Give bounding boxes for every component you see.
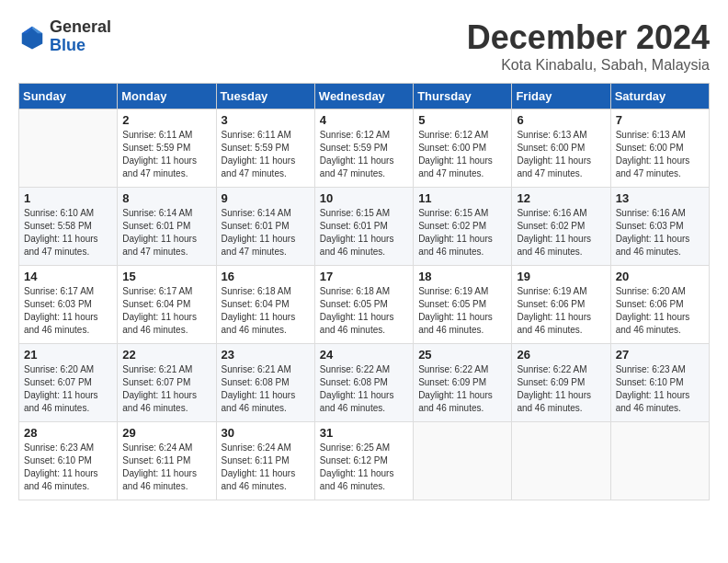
day-detail: Sunrise: 6:21 AMSunset: 6:07 PMDaylight:… (122, 363, 210, 415)
logo-general: General (50, 18, 111, 37)
table-row: 8Sunrise: 6:14 AMSunset: 6:01 PMDaylight… (118, 188, 216, 266)
day-number: 24 (320, 348, 408, 362)
table-row: 20Sunrise: 6:20 AMSunset: 6:06 PMDayligh… (610, 266, 709, 344)
day-number: 28 (24, 426, 112, 440)
month-title: December 2024 (467, 18, 710, 57)
day-number: 21 (24, 348, 112, 362)
table-row: 14Sunrise: 6:17 AMSunset: 6:03 PMDayligh… (19, 266, 118, 344)
table-row: 16Sunrise: 6:18 AMSunset: 6:04 PMDayligh… (216, 266, 314, 344)
page-header: General Blue December 2024 Kota Kinabalu… (18, 18, 710, 74)
table-row: 10Sunrise: 6:15 AMSunset: 6:01 PMDayligh… (314, 188, 413, 266)
calendar-table: Sunday Monday Tuesday Wednesday Thursday… (18, 83, 710, 500)
day-detail: Sunrise: 6:11 AMSunset: 5:59 PMDaylight:… (122, 129, 210, 180)
table-row: 30Sunrise: 6:24 AMSunset: 6:11 PMDayligh… (216, 422, 314, 500)
day-number: 7 (616, 113, 704, 127)
day-detail: Sunrise: 6:23 AMSunset: 6:10 PMDaylight:… (24, 442, 112, 493)
day-detail: Sunrise: 6:18 AMSunset: 6:05 PMDaylight:… (320, 285, 408, 337)
day-number: 16 (222, 270, 310, 283)
day-number: 11 (418, 191, 506, 205)
table-row: 15Sunrise: 6:17 AMSunset: 6:04 PMDayligh… (118, 266, 216, 344)
table-row: 17Sunrise: 6:18 AMSunset: 6:05 PMDayligh… (314, 266, 413, 344)
day-number: 30 (222, 426, 310, 440)
day-detail: Sunrise: 6:17 AMSunset: 6:04 PMDaylight:… (122, 285, 210, 337)
table-row: 13Sunrise: 6:16 AMSunset: 6:03 PMDayligh… (610, 188, 709, 266)
day-number: 2 (122, 113, 210, 127)
table-row: 6Sunrise: 6:13 AMSunset: 6:00 PMDaylight… (512, 109, 610, 188)
location-subtitle: Kota Kinabalu, Sabah, Malaysia (467, 57, 710, 74)
day-number: 13 (616, 191, 704, 205)
day-number: 1 (24, 191, 112, 205)
table-row: 25Sunrise: 6:22 AMSunset: 6:09 PMDayligh… (414, 344, 512, 422)
table-row: 29Sunrise: 6:24 AMSunset: 6:11 PMDayligh… (118, 422, 216, 500)
day-detail: Sunrise: 6:19 AMSunset: 6:06 PMDaylight:… (517, 285, 605, 337)
table-row: 4Sunrise: 6:12 AMSunset: 5:59 PMDaylight… (314, 109, 413, 188)
calendar-header-row: Sunday Monday Tuesday Wednesday Thursday… (19, 84, 710, 109)
day-number: 4 (320, 113, 408, 127)
table-row: 21Sunrise: 6:20 AMSunset: 6:07 PMDayligh… (19, 344, 118, 422)
calendar-week-row: 21Sunrise: 6:20 AMSunset: 6:07 PMDayligh… (19, 344, 710, 422)
day-number: 10 (320, 191, 408, 205)
table-row: 19Sunrise: 6:19 AMSunset: 6:06 PMDayligh… (512, 266, 610, 344)
col-tuesday: Tuesday (216, 84, 314, 109)
day-detail: Sunrise: 6:22 AMSunset: 6:09 PMDaylight:… (418, 363, 506, 415)
logo-text: General Blue (50, 18, 111, 55)
table-row (610, 422, 709, 500)
day-number: 9 (222, 191, 310, 205)
table-row: 27Sunrise: 6:23 AMSunset: 6:10 PMDayligh… (610, 344, 709, 422)
table-row (512, 422, 610, 500)
table-row: 26Sunrise: 6:22 AMSunset: 6:09 PMDayligh… (512, 344, 610, 422)
col-monday: Monday (118, 84, 216, 109)
day-number: 3 (222, 113, 310, 127)
day-detail: Sunrise: 6:12 AMSunset: 6:00 PMDaylight:… (418, 129, 506, 180)
table-row: 1Sunrise: 6:10 AMSunset: 5:58 PMDaylight… (19, 188, 118, 266)
calendar-week-row: 2Sunrise: 6:11 AMSunset: 5:59 PMDaylight… (19, 109, 710, 188)
day-detail: Sunrise: 6:12 AMSunset: 5:59 PMDaylight:… (320, 129, 408, 180)
table-row: 5Sunrise: 6:12 AMSunset: 6:00 PMDaylight… (414, 109, 512, 188)
logo-blue: Blue (50, 37, 111, 55)
logo-icon (18, 23, 46, 51)
day-detail: Sunrise: 6:13 AMSunset: 6:00 PMDaylight:… (616, 129, 704, 180)
col-friday: Friday (512, 84, 610, 109)
day-detail: Sunrise: 6:22 AMSunset: 6:08 PMDaylight:… (320, 363, 408, 415)
table-row: 24Sunrise: 6:22 AMSunset: 6:08 PMDayligh… (314, 344, 413, 422)
day-detail: Sunrise: 6:17 AMSunset: 6:03 PMDaylight:… (24, 285, 112, 337)
day-detail: Sunrise: 6:15 AMSunset: 6:02 PMDaylight:… (418, 207, 506, 259)
day-number: 5 (418, 113, 506, 127)
day-detail: Sunrise: 6:14 AMSunset: 6:01 PMDaylight:… (122, 207, 210, 259)
day-number: 17 (320, 270, 408, 283)
day-number: 22 (122, 348, 210, 362)
svg-marker-0 (22, 27, 43, 50)
table-row: 2Sunrise: 6:11 AMSunset: 5:59 PMDaylight… (118, 109, 216, 188)
table-row: 11Sunrise: 6:15 AMSunset: 6:02 PMDayligh… (414, 188, 512, 266)
table-row (19, 109, 118, 188)
day-detail: Sunrise: 6:23 AMSunset: 6:10 PMDaylight:… (616, 363, 704, 415)
day-detail: Sunrise: 6:15 AMSunset: 6:01 PMDaylight:… (320, 207, 408, 259)
day-detail: Sunrise: 6:16 AMSunset: 6:02 PMDaylight:… (517, 207, 605, 259)
day-detail: Sunrise: 6:20 AMSunset: 6:06 PMDaylight:… (616, 285, 704, 337)
col-wednesday: Wednesday (314, 84, 413, 109)
day-detail: Sunrise: 6:10 AMSunset: 5:58 PMDaylight:… (24, 207, 112, 259)
calendar-week-row: 28Sunrise: 6:23 AMSunset: 6:10 PMDayligh… (19, 422, 710, 500)
table-row: 12Sunrise: 6:16 AMSunset: 6:02 PMDayligh… (512, 188, 610, 266)
calendar-week-row: 14Sunrise: 6:17 AMSunset: 6:03 PMDayligh… (19, 266, 710, 344)
day-detail: Sunrise: 6:21 AMSunset: 6:08 PMDaylight:… (222, 363, 310, 415)
day-detail: Sunrise: 6:25 AMSunset: 6:12 PMDaylight:… (320, 442, 408, 493)
day-number: 26 (517, 348, 605, 362)
day-number: 23 (222, 348, 310, 362)
logo: General Blue (18, 18, 111, 55)
calendar-week-row: 1Sunrise: 6:10 AMSunset: 5:58 PMDaylight… (19, 188, 710, 266)
day-detail: Sunrise: 6:14 AMSunset: 6:01 PMDaylight:… (222, 207, 310, 259)
table-row: 22Sunrise: 6:21 AMSunset: 6:07 PMDayligh… (118, 344, 216, 422)
table-row: 18Sunrise: 6:19 AMSunset: 6:05 PMDayligh… (414, 266, 512, 344)
day-number: 19 (517, 270, 605, 283)
table-row (414, 422, 512, 500)
day-number: 25 (418, 348, 506, 362)
title-section: December 2024 Kota Kinabalu, Sabah, Mala… (467, 18, 710, 74)
table-row: 7Sunrise: 6:13 AMSunset: 6:00 PMDaylight… (610, 109, 709, 188)
day-detail: Sunrise: 6:18 AMSunset: 6:04 PMDaylight:… (222, 285, 310, 337)
table-row: 23Sunrise: 6:21 AMSunset: 6:08 PMDayligh… (216, 344, 314, 422)
day-number: 18 (418, 270, 506, 283)
col-thursday: Thursday (414, 84, 512, 109)
day-number: 29 (122, 426, 210, 440)
day-detail: Sunrise: 6:22 AMSunset: 6:09 PMDaylight:… (517, 363, 605, 415)
